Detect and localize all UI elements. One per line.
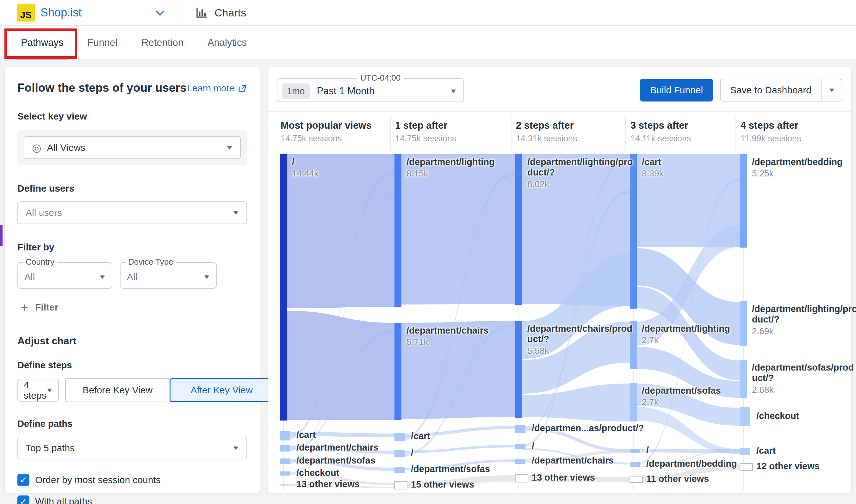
node-value: 8.39k	[642, 168, 748, 179]
column-sessions: 14.75k sessions	[395, 134, 496, 144]
node-path: 13 other views	[297, 479, 360, 489]
tab-funnel[interactable]: Funnel	[75, 26, 129, 59]
sankey-column-header: 1 step after14.75k sessions	[395, 120, 496, 144]
key-view-select[interactable]: ◎ All Views ▼	[24, 136, 241, 159]
workspace-name: Shop.ist	[40, 6, 82, 19]
sankey-labels-layer: /14.44k/cart/department/chairs/departmen…	[277, 153, 842, 497]
sankey-node-label[interactable]: /department/sofas	[297, 455, 375, 466]
node-path: /	[646, 445, 649, 455]
checkbox-checked-icon[interactable]: ✓	[17, 496, 30, 504]
node-value: 8.02k	[527, 179, 633, 190]
filter-by-heading: Filter by	[17, 242, 247, 253]
sankey-node-label[interactable]: /department/lighting/product/?8.02k	[527, 157, 633, 190]
sankey-node-label[interactable]: /	[532, 441, 534, 451]
tab-label: Retention	[141, 37, 183, 48]
column-sessions: 11.99k sessions	[741, 134, 842, 144]
node-path: /department/sofas	[411, 464, 490, 474]
range-badge: 1mo	[282, 84, 310, 99]
sankey-node-label[interactable]: /	[646, 445, 649, 455]
sankey-node-label[interactable]: /cart	[756, 446, 775, 456]
save-to-dashboard-split-button: Save to Dashboard ▼	[720, 79, 842, 102]
active-tab-underline	[16, 57, 68, 59]
node-path: /department/bedding	[646, 458, 737, 469]
key-view-value: All Views	[47, 142, 227, 153]
country-filter-select[interactable]: Country All ▼	[17, 262, 112, 289]
after-key-view-button[interactable]: After Key View	[170, 378, 274, 402]
save-to-dashboard-button[interactable]: Save to Dashboard	[720, 79, 821, 101]
browser-edge-marker	[0, 225, 2, 246]
order-by-sessions-label: Order by most session counts	[35, 474, 161, 485]
define-paths-heading: Define paths	[17, 419, 247, 429]
paths-value: Top 5 paths	[25, 443, 233, 453]
steps-count-select[interactable]: 4 steps ▼	[17, 379, 59, 401]
column-divider	[625, 115, 626, 151]
chevron-down-icon: ▼	[232, 209, 240, 216]
range-value: Past 1 Month	[317, 85, 450, 97]
sankey-node-label[interactable]: 15 other views	[411, 479, 474, 490]
sankey-node-label[interactable]: /department/sofas	[411, 464, 490, 474]
sankey-node-label[interactable]: /checkout	[756, 411, 799, 421]
node-path: /department/chairs	[532, 455, 614, 466]
with-all-paths-checkbox-row[interactable]: ✓ With all paths	[17, 496, 247, 504]
add-filter-button[interactable]: ＋ Filter	[19, 300, 247, 315]
save-options-dropdown-button[interactable]: ▼	[821, 79, 842, 101]
chevron-down-icon: ▼	[232, 445, 240, 451]
checkbox-checked-icon[interactable]: ✓	[17, 474, 30, 486]
sankey-node-label[interactable]: /	[411, 447, 413, 458]
node-path: /department/chairs	[297, 442, 378, 453]
sankey-node-label[interactable]: 12 other views	[756, 461, 820, 471]
build-funnel-label: Build Funnel	[650, 85, 703, 95]
column-divider	[735, 115, 736, 151]
nav-charts-label: Charts	[214, 7, 246, 19]
nav-charts[interactable]: Charts	[195, 6, 246, 19]
device-type-filter-select[interactable]: Device Type All ▼	[120, 262, 217, 289]
add-filter-label: Filter	[35, 302, 58, 313]
sankey-node-label[interactable]: /department/chairs5.71k	[407, 325, 512, 347]
key-view-direction-toggle: Before Key View After Key View	[65, 378, 274, 402]
sankey-node-label[interactable]: /cart8.39k	[642, 157, 748, 179]
sankey-node-label[interactable]: /department/lighting2.7k	[642, 323, 748, 346]
users-select[interactable]: All users ▼	[17, 201, 247, 224]
sankey-node-label[interactable]: /departmen...as/product/?	[532, 423, 644, 433]
date-range-select[interactable]: UTC-04:00 1mo Past 1 Month ▼	[277, 78, 464, 102]
before-key-view-button[interactable]: Before Key View	[65, 378, 170, 402]
build-funnel-button[interactable]: Build Funnel	[640, 79, 713, 102]
plus-icon: ＋	[19, 300, 30, 315]
pathways-chart-panel: UTC-04:00 1mo Past 1 Month ▼ Build Funne…	[268, 67, 852, 493]
paths-select[interactable]: Top 5 paths ▼	[17, 437, 247, 460]
sankey-node-label[interactable]: /department/chairs	[297, 442, 378, 453]
sankey-node-label[interactable]: /department/sofas2.7k	[642, 385, 748, 408]
learn-more-link[interactable]: Learn more	[188, 83, 247, 94]
tab-label: Pathways	[21, 37, 63, 48]
view-target-icon: ◎	[32, 141, 41, 154]
country-filter-value: All	[24, 272, 99, 282]
sankey-node-label[interactable]: /department/bedding5.25k	[752, 157, 856, 179]
sankey-node-label[interactable]: /department/chairs/product/?5.58k	[527, 323, 633, 356]
steps-count-value: 4 steps	[24, 379, 47, 401]
sankey-node-label[interactable]: /department/chairs	[532, 455, 614, 466]
sankey-node-label[interactable]: 13 other views	[532, 472, 595, 483]
node-path: /cart	[297, 430, 316, 440]
node-path: /department/lighting/product/?	[527, 157, 633, 178]
external-link-icon	[237, 84, 247, 93]
sankey-node-label[interactable]: /14.44k	[292, 157, 398, 179]
sankey-node-label[interactable]: /department/bedding	[646, 458, 737, 469]
sankey-node-label[interactable]: /cart	[297, 430, 316, 440]
node-path: /checkout	[756, 411, 799, 421]
tab-pathways[interactable]: Pathways	[9, 26, 75, 59]
node-value: 14.44k	[292, 168, 398, 179]
sankey-node-label[interactable]: /department/sofas/product/?2.68k	[752, 362, 856, 395]
order-by-sessions-checkbox-row[interactable]: ✓ Order by most session counts	[17, 474, 247, 486]
tab-analytics[interactable]: Analytics	[196, 26, 259, 59]
sankey-column-headers: Most popular views14.75k sessions1 step …	[277, 117, 842, 151]
sankey-node-label[interactable]: /department/lighting/product/?2.69k	[752, 304, 856, 337]
sankey-node-label[interactable]: /department/lighting8.15k	[407, 157, 512, 179]
sankey-node-label[interactable]: 13 other views	[297, 479, 360, 489]
sankey-node-label[interactable]: /cart	[411, 431, 430, 442]
workspace-switcher[interactable]: JS Shop.ist	[0, 0, 178, 25]
sankey-node-label[interactable]: /checkout	[297, 468, 339, 478]
sankey-node-label[interactable]: 11 other views	[646, 474, 709, 484]
column-sessions: 14.31k sessions	[516, 134, 617, 144]
tab-retention[interactable]: Retention	[129, 26, 196, 59]
chevron-down-icon: ▼	[226, 144, 233, 151]
